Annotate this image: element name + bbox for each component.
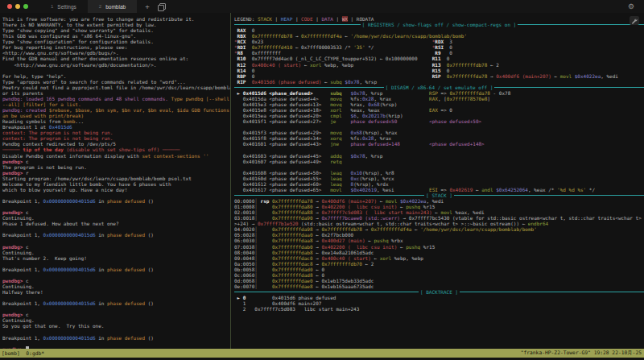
section-header: [ STACK ]	[234, 192, 644, 198]
terminal-line	[2, 306, 230, 312]
terminal-line: which to blow yourself up. Have a nice d…	[2, 187, 230, 192]
terminal-line: That's number 2. Keep going!	[2, 255, 230, 261]
tab-index: 1	[51, 4, 53, 9]
section-header: [ BACKTRACE ]	[234, 289, 644, 295]
terminal-line: 05:0028│ 0x7fffffffdaa0 ← 0x2f7bcb000	[234, 232, 644, 238]
terminal-line: This is free software: you are free to c…	[2, 16, 230, 22]
maximize-button[interactable]	[23, 4, 28, 9]
terminal-line: 0x4015f3 <phase_defused+29> movq 0x68(%r…	[234, 130, 644, 135]
terminal-line	[2, 204, 230, 209]
terminal-line: 09:0048│ 0x7fffffffdac0 → 0x400c40 (_sta…	[234, 255, 644, 261]
terminal-line: 0a:0050│ 0x7fffffffdac8 → 0x7fffffffdb70…	[234, 261, 644, 267]
terminal-line: This GDB was configured as "x86_64-linux…	[2, 33, 230, 39]
terminal-line: pwndbg> r	[2, 170, 230, 176]
terminal-line: 02:0010│ 0x7fffffffda88 → 0x7ffff7c5d083…	[234, 209, 644, 215]
terminal-line: Type "apropos word" to search for comman…	[2, 79, 230, 85]
terminal-line	[2, 295, 230, 300]
gear-icon[interactable]: ⚙	[628, 0, 634, 13]
terminal-line: RBX 0x7fffffffdb78 → 0x7fffffffdf4a ← '/…	[234, 33, 644, 39]
terminal-line: Type "show copying" and "show warranty" …	[2, 27, 230, 33]
terminal-line: LEGEND: STACK | HEAP | CODE | DATA | WX …	[234, 16, 644, 22]
terminal-line: R10 0x7ffff7dd4ac0 (_nl_C_LC_CTYPE_toupp…	[234, 56, 644, 61]
wrench-glyph	[631, 18, 638, 24]
terminal-line: 0x401617 <phase_defused+65> movl $0x4026…	[234, 187, 644, 192]
terminal-line: 06:0030│ 0x7fffffffdaa8 → 0x400d27 (main…	[234, 238, 644, 243]
terminal-line: 0b:0058│ 0x7fffffffdad0 ← 0	[234, 267, 644, 272]
terminal-line: 01:0008│ 0x7fffffffda80 → 0x402200 (__li…	[234, 204, 644, 209]
terminal-line: 0x4015da <phase_defused+4> movq %fs:0x28…	[234, 96, 644, 101]
minimize-button[interactable]	[15, 4, 20, 9]
terminal-line: The program is not being run.	[2, 164, 230, 170]
terminal-line: Continuing.	[2, 250, 230, 255]
terminal-line: Poetry could not find a pyproject.toml f…	[2, 85, 230, 90]
terminal-line	[2, 68, 230, 73]
terminal-line: Halfway there!	[2, 289, 230, 295]
terminal-line: 08:0040│ 0x7fffffffdab8 ← 0xe14e8a21061d…	[234, 250, 644, 255]
terminal-line: Pwndbg context redirected to /dev/pts/5	[2, 141, 230, 147]
new-tab-button[interactable]: +	[145, 0, 149, 13]
wrench-icon[interactable]	[630, 16, 639, 25]
terminal-line: an be used with print/break)	[2, 113, 230, 118]
terminal-line: For bug reporting instructions, please s…	[2, 44, 230, 50]
terminal-line: pwndbg> c	[2, 312, 230, 317]
terminal-line: --all] [filter] for a list.	[2, 101, 230, 107]
close-button[interactable]	[7, 4, 12, 9]
traffic-lights	[7, 4, 28, 9]
copy-windows-icon[interactable]	[159, 3, 166, 10]
terminal-line: RAX 0	[234, 27, 644, 33]
tab-settings[interactable]: 1 Settings	[39, 0, 88, 13]
pwndbg-context-pane[interactable]: LEGEND: STACK | HEAP | CODE | DATA | WX …	[233, 13, 644, 349]
section-header: [ DISASM / x86-64 / set emulate off ]	[234, 85, 644, 90]
terminal-line: 0x401608 <phase_defused+50> leaq 0x10(%r…	[234, 170, 644, 176]
terminal-line: or its parents	[2, 90, 230, 96]
terminal-line: Type "show configuration" for configurat…	[2, 39, 230, 44]
terminal-line: pwndbg> c	[2, 278, 230, 283]
terminal-line: Starting program: /home/ywr/dsc/learn/cs…	[2, 176, 230, 181]
terminal-line: *R8 0xffffffff R9 0	[234, 50, 644, 56]
terminal-line: pwndbg> c	[2, 244, 230, 250]
terminal-line: 0x401601 <phase_defused+43> jne phase_de…	[234, 141, 644, 147]
terminal-line: 0x4015f8 <phase_defused+34> xorq %fs:0x2…	[234, 135, 644, 141]
terminal-line: Disable Pwndbg context information displ…	[2, 153, 230, 159]
terminal-line: 0x4015f1 <phase_defused+27> je phase_def…	[234, 118, 644, 124]
terminal-line: Breakpoint 1, 0x00000000004015d6 in phas…	[2, 232, 230, 238]
terminal-line: 2 0x7ffff7c5d083 __libc_start_main+243	[234, 306, 644, 312]
terminal-line: Breakpoint 1, 0x00000000004015d6 in phas…	[2, 335, 230, 341]
terminal-line	[2, 261, 230, 267]
terminal-line: *RDI 0x7fffffffd410 ← 0x7fff00003533 /* …	[234, 44, 644, 50]
terminal-line: 0x401607 <phase_defused+49> retq	[234, 159, 644, 164]
tab-bomblab[interactable]: 2 bomblab	[88, 0, 137, 13]
section-header: [ REGISTERS / show-flags off / show-comp…	[234, 22, 644, 27]
terminal-line: Find the GDB manual and other documentat…	[2, 56, 230, 61]
terminal-line: 0d:0068│ 0x7fffffffdae0 ← 0x1eb175deb33d…	[234, 278, 644, 283]
terminal-line: ► 0x4015d6 <phase_defused> subq $0x78, %…	[234, 90, 644, 96]
tmux-session-window: [bomb] 0:gdb*	[2, 350, 44, 356]
tmux-statusbar: [bomb] 0:gdb* "franka-HP-Z2-Tower-G9" 19…	[0, 349, 644, 358]
terminal-line: pwndbg> c	[2, 209, 230, 215]
terminal-line: 0e:0070│ 0x7fffffffdae8 ← 0x1eb165aaa673…	[234, 283, 644, 289]
tab-index: 2	[99, 4, 101, 9]
gdb-console-pane[interactable]: This is free software: you are free to c…	[0, 13, 230, 349]
terminal-line: <http://www.gnu.org/software/gdb/documen…	[2, 62, 230, 68]
terminal-line	[2, 238, 230, 243]
terminal-line: >+24) → 0x7ffff7b1e520 (std::basic_ostre…	[234, 221, 644, 226]
terminal-line: ────── tip of the day (disable with set …	[2, 147, 230, 152]
terminal-line	[2, 329, 230, 334]
terminal-line: There is NO WARRANTY, to the extent perm…	[2, 22, 230, 27]
terminal-line: Continuing.	[2, 283, 230, 289]
terminal-line: Breakpoint 1 at 0x4015d6	[2, 124, 230, 130]
terminal-line: pwndbg: created $rebase, $base, $bn_sym,…	[2, 107, 230, 113]
terminal-line: pwndbg> c	[2, 159, 230, 164]
terminal-window: 1 Settings 2 bomblab + ⚙ This is free so…	[0, 0, 644, 360]
terminal-line: 0x401603 <phase_defused+45> addq $0x78, …	[234, 153, 644, 159]
terminal-line: RBP 0 RSP 0x7fffffffda78 → 0x400df6 (mai…	[234, 73, 644, 79]
tmux-pane-divider[interactable]	[230, 13, 231, 349]
terminal-line: 0c:0060│ 0x7fffffffdad8 ← 0	[234, 272, 644, 278]
terminal-line	[234, 147, 644, 152]
terminal-line: context: The program is not being run.	[2, 130, 230, 135]
terminal-line: Reading symbols from bomb...	[2, 118, 230, 124]
terminal-line: 0x401612 <phase_defused+60> leaq 8(%rsp)…	[234, 181, 644, 187]
terminal-line: 0x40160d <phase_defused+55> leaq 0xc(%rs…	[234, 176, 644, 181]
tab-label: Settings	[57, 4, 76, 10]
terminal-line: So you got that one. Try this one.	[2, 323, 230, 329]
